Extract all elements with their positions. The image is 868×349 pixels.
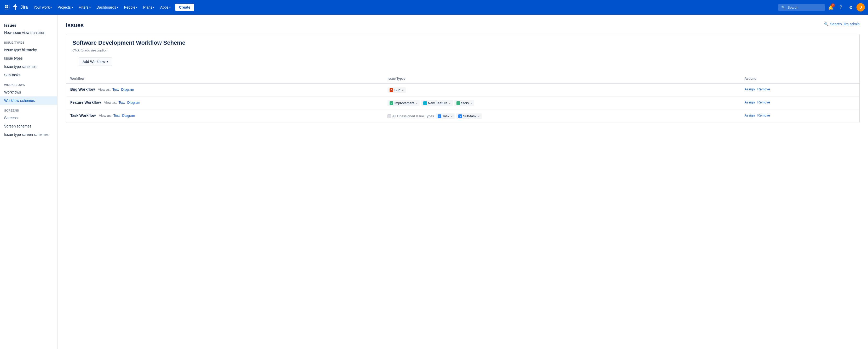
nav-apps[interactable]: Apps ▾ (158, 4, 173, 11)
avatar[interactable]: U (857, 3, 865, 11)
sidebar-item-screens[interactable]: Screens (0, 114, 57, 122)
issue-types-cell-task: All Unassigned Issue Types ✓ Task × ↳ Su… (383, 110, 740, 123)
sidebar-item-workflow-schemes[interactable]: Workflow schemes (0, 96, 57, 105)
issue-type-tags-feature: ↑ Improvement × + New Feature × (388, 100, 736, 106)
view-diagram-link-feature[interactable]: Diagram (127, 101, 140, 104)
story-icon: ↑ (457, 101, 460, 105)
nav-people[interactable]: People ▾ (121, 4, 140, 11)
sidebar-item-workflows[interactable]: Workflows (0, 88, 57, 96)
svg-rect-2 (9, 5, 9, 6)
assign-link-task[interactable]: Assign (745, 114, 755, 117)
issue-tag-bug: B Bug × (388, 87, 406, 93)
assign-link-bug[interactable]: Assign (745, 87, 755, 91)
issue-tag-improvement: ↑ Improvement × (388, 100, 420, 106)
view-text-link-bug[interactable]: Text (112, 88, 119, 91)
notifications-button[interactable]: 🔔 2 (827, 3, 835, 11)
sidebar-item-issue-type-hierarchy[interactable]: Issue type hierarchy (0, 46, 57, 54)
unassigned-icon (388, 115, 391, 118)
action-links-feature: Assign Remove (745, 100, 855, 104)
remove-new-feature-tag[interactable]: × (449, 102, 451, 105)
view-diagram-link-bug[interactable]: Diagram (121, 88, 134, 91)
help-button[interactable]: ? (837, 3, 845, 11)
sidebar-item-issue-types[interactable]: Issue types (0, 54, 57, 62)
sidebar-heading: Issues (0, 20, 57, 29)
create-button[interactable]: Create (175, 4, 194, 11)
add-workflow-button[interactable]: Add Workflow ▾ (79, 58, 112, 66)
main-content: Issues 🔍 Search Jira admin Software Deve… (58, 14, 868, 349)
help-icon: ? (839, 5, 842, 10)
remove-link-feature[interactable]: Remove (757, 100, 770, 104)
svg-rect-8 (9, 9, 9, 9)
search-box[interactable]: 🔍 Search (778, 4, 825, 11)
scheme-description[interactable]: Click to add description (66, 48, 859, 58)
remove-link-task[interactable]: Remove (757, 114, 770, 117)
remove-bug-tag[interactable]: × (402, 89, 404, 92)
remove-task-tag[interactable]: × (451, 115, 453, 118)
chevron-down-icon: ▾ (117, 6, 118, 9)
nav-plans[interactable]: Plans ▾ (141, 4, 157, 11)
scheme-card: Software Development Workflow Scheme Cli… (66, 34, 860, 123)
svg-rect-1 (7, 5, 8, 6)
view-text-link-task[interactable]: Text (114, 114, 120, 118)
remove-link-bug[interactable]: Remove (757, 87, 770, 91)
chevron-down-icon: ▾ (51, 6, 52, 9)
issue-tag-new-feature: + New Feature × (421, 100, 453, 106)
remove-subtask-tag[interactable]: × (478, 115, 479, 118)
svg-rect-6 (5, 9, 6, 9)
table-header-row: Workflow Issue Types Actions (66, 74, 859, 83)
view-as-feature: View as: Text Diagram (104, 101, 141, 104)
chevron-down-icon: ▾ (71, 6, 73, 9)
workflow-name-feature: Feature Workflow (70, 100, 101, 104)
issue-types-cell-bug: B Bug × (383, 83, 740, 97)
view-text-link-feature[interactable]: Text (119, 101, 125, 104)
settings-button[interactable]: ⚙ (846, 3, 855, 11)
jira-logo[interactable]: Jira (12, 4, 28, 10)
search-jira-admin-link[interactable]: 🔍 Search Jira admin (824, 22, 860, 26)
chevron-down-icon: ▾ (89, 6, 91, 9)
svg-rect-4 (7, 7, 8, 8)
sidebar-section-issue-types: ISSUE TYPES (0, 37, 57, 46)
view-diagram-link-task[interactable]: Diagram (122, 114, 135, 118)
table-row: Bug Workflow View as: Text Diagram B (66, 83, 859, 97)
add-workflow-container: Add Workflow ▾ (66, 58, 859, 70)
workflow-name-bug: Bug Workflow (70, 87, 95, 91)
chevron-down-icon: ▾ (136, 6, 137, 9)
issue-tag-story: ↑ Story × (454, 100, 474, 106)
bug-icon: B (390, 88, 393, 92)
layout: Issues New issue view transition ISSUE T… (0, 14, 868, 349)
assign-link-feature[interactable]: Assign (745, 100, 755, 104)
nav-filters[interactable]: Filters ▾ (76, 4, 93, 11)
table-row: Task Workflow View as: Text Diagram (66, 110, 859, 123)
actions-cell-feature: Assign Remove (741, 97, 859, 110)
sidebar-item-sub-tasks[interactable]: Sub-tasks (0, 71, 57, 79)
action-links-task: Assign Remove (745, 114, 855, 117)
issue-type-tags-bug: B Bug × (388, 87, 736, 93)
remove-story-tag[interactable]: × (471, 102, 472, 105)
grid-icon[interactable] (3, 3, 11, 11)
remove-improvement-tag[interactable]: × (416, 102, 417, 105)
topnav-navigation: Your work ▾ Projects ▾ Filters ▾ Dashboa… (31, 4, 777, 11)
nav-dashboards[interactable]: Dashboards ▾ (94, 4, 121, 11)
gear-icon: ⚙ (849, 5, 852, 10)
col-header-workflow: Workflow (66, 74, 383, 83)
subtask-icon: ↳ (458, 115, 462, 118)
workflow-name-task: Task Workflow (70, 114, 96, 118)
svg-rect-0 (5, 5, 6, 6)
scheme-title: Software Development Workflow Scheme (66, 34, 859, 46)
nav-your-work[interactable]: Your work ▾ (31, 4, 54, 11)
topnav-right: 🔍 Search 🔔 2 ? ⚙ U (778, 3, 865, 11)
improvement-icon: ↑ (390, 101, 393, 105)
chevron-down-icon: ▾ (106, 60, 108, 63)
view-as-task: View as: Text Diagram (99, 114, 135, 118)
sidebar-section-workflows: WORKFLOWS (0, 79, 57, 88)
issue-tag-subtask: ↳ Sub-task × (456, 114, 482, 119)
sidebar-item-issue-type-screen-schemes[interactable]: Issue type screen schemes (0, 130, 57, 139)
nav-projects[interactable]: Projects ▾ (55, 4, 75, 11)
sidebar-item-issue-type-schemes[interactable]: Issue type schemes (0, 62, 57, 71)
action-links-bug: Assign Remove (745, 87, 855, 91)
sidebar-item-new-issue-view-transition[interactable]: New issue view transition (0, 29, 57, 37)
sidebar-item-screen-schemes[interactable]: Screen schemes (0, 122, 57, 130)
workflow-table: Workflow Issue Types Actions Bug Workflo… (66, 74, 859, 123)
issue-type-tags-task: All Unassigned Issue Types ✓ Task × ↳ Su… (388, 114, 736, 119)
sidebar: Issues New issue view transition ISSUE T… (0, 14, 58, 349)
